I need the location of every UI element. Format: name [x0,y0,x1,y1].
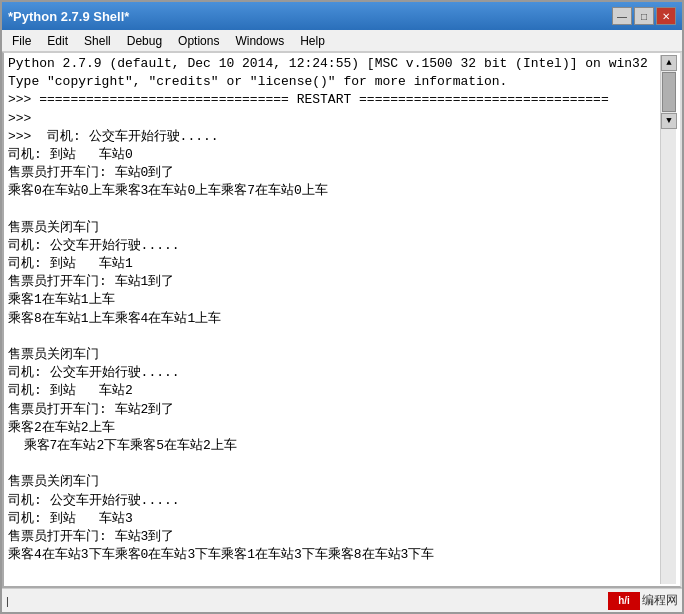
title-bar: *Python 2.7.9 Shell* — □ ✕ [2,2,682,30]
logo-text: 编程网 [642,592,678,609]
scroll-thumb[interactable] [662,72,676,112]
logo-area: h/i 编程网 [608,592,678,610]
menu-windows[interactable]: Windows [227,32,292,50]
menu-edit[interactable]: Edit [39,32,76,50]
window-title: *Python 2.7.9 Shell* [8,9,129,24]
status-bar: | h/i 编程网 [2,588,682,612]
menu-help[interactable]: Help [292,32,333,50]
main-window: *Python 2.7.9 Shell* — □ ✕ File Edit She… [0,0,684,614]
menu-options[interactable]: Options [170,32,227,50]
cursor-indicator: | [6,595,9,607]
menu-shell[interactable]: Shell [76,32,119,50]
menu-file[interactable]: File [4,32,39,50]
restore-button[interactable]: □ [634,7,654,25]
scroll-down-button[interactable]: ▼ [661,113,677,129]
scrollbar[interactable]: ▲ ▼ [660,55,676,584]
window-controls: — □ ✕ [612,7,676,25]
console-area[interactable]: Python 2.7.9 (default, Dec 10 2014, 12:2… [2,52,682,588]
minimize-button[interactable]: — [612,7,632,25]
menu-bar: File Edit Shell Debug Options Windows He… [2,30,682,52]
menu-debug[interactable]: Debug [119,32,170,50]
console-output: Python 2.7.9 (default, Dec 10 2014, 12:2… [8,55,660,584]
scroll-up-button[interactable]: ▲ [661,55,677,71]
logo-icon: h/i [608,592,640,610]
close-button[interactable]: ✕ [656,7,676,25]
